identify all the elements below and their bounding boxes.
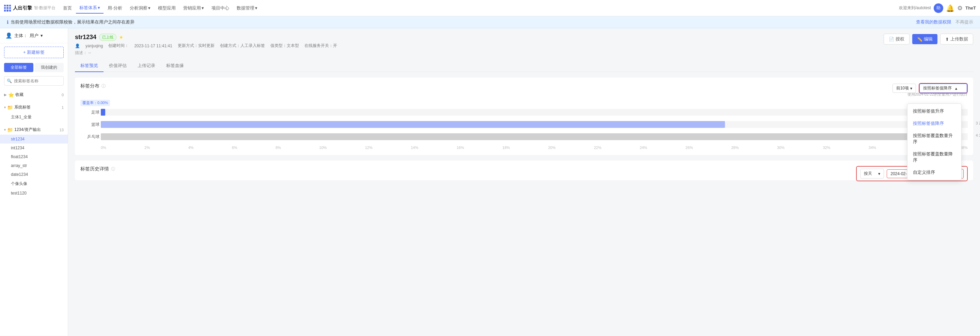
x-tick-26: 26%: [686, 146, 693, 150]
coverage-badge: 覆盖率：0.00%: [80, 100, 110, 106]
nav-home[interactable]: 首页: [60, 3, 75, 13]
bar-fill-football: [101, 109, 105, 116]
bar-row-basketball: 篮球 3 27.27%: [101, 121, 968, 128]
created-time-value: 2023-11-17 11:41:41: [134, 44, 172, 48]
group-1234-folder-icon: 📁: [7, 127, 13, 133]
author-icon: 👤: [75, 44, 80, 48]
sort-option-coverage-desc[interactable]: 按照标签覆盖数量降序: [907, 148, 961, 166]
filter-all-button[interactable]: 全部标签: [4, 63, 33, 72]
x-tick-34: 34%: [869, 146, 876, 150]
sort-dropdown-arrow-icon: [955, 86, 957, 91]
x-tick-18: 18%: [502, 146, 510, 150]
nav-project[interactable]: 项目中心: [208, 3, 232, 13]
notification-icon[interactable]: 🔔: [946, 4, 955, 12]
new-tag-button[interactable]: + 新建标签: [4, 47, 64, 58]
sort-option-coverage-asc[interactable]: 按照标签覆盖数量升序: [907, 130, 961, 148]
sort-option-asc[interactable]: 按照标签值升序: [907, 105, 961, 117]
nav-menu: 首页 标签体系 用·分析 分析洞察 模型应用 营销应用 项目中心 数据管理: [60, 3, 897, 14]
sidebar-item-int1234[interactable]: int1234: [0, 144, 68, 152]
nav-user-analysis[interactable]: 用·分析: [104, 3, 126, 13]
history-info-icon[interactable]: ⓘ: [111, 166, 115, 172]
sort-option-custom[interactable]: 自定义排序: [907, 166, 961, 179]
sidebar-item-date1234[interactable]: date1234: [0, 170, 68, 179]
top-n-select[interactable]: 前10项: [892, 84, 916, 93]
nav-tags[interactable]: 标签体系: [76, 3, 103, 14]
page-title-row: str1234 已上线 ★: [75, 34, 337, 41]
nav-data[interactable]: 数据管理: [233, 3, 261, 13]
sidebar-item-float1234[interactable]: float1234: [0, 152, 68, 161]
tab-value[interactable]: 价值评估: [103, 60, 132, 72]
x-tick-24: 24%: [640, 146, 648, 150]
sidebar-item-test1120[interactable]: test1120: [0, 189, 68, 198]
tab-preview[interactable]: 标签预览: [75, 60, 103, 72]
user-avatar[interactable]: 助: [934, 3, 943, 13]
sort-option-desc[interactable]: 按照标签值降序: [907, 117, 961, 130]
bar-value-basketball: 3 27.27%: [976, 121, 980, 125]
info-banner-left: ℹ 当前使用场景经过数据权限校验，展示结果在用户之间存在差异: [7, 19, 135, 25]
bar-row-tabletennis: 乒乓球 4 36.36%: [101, 133, 968, 140]
bar-value-tabletennis: 4 36.36%: [976, 133, 980, 137]
nav-marketing-label: 营销应用: [183, 5, 201, 11]
create-method: 创建方式：人工录入标签: [220, 43, 265, 49]
sidebar-item-array-str[interactable]: array_str: [0, 161, 68, 170]
sidebar-subject: 👤 主体： 用户: [0, 28, 68, 43]
tab-upload-records[interactable]: 上传记录: [132, 60, 161, 72]
the-t-label[interactable]: TheT: [966, 5, 976, 11]
nav-tags-arrow: [98, 5, 100, 10]
content-area: str1234 已上线 ★ 👤 yanjuqing 创建时间： 2023-11-…: [68, 28, 980, 336]
filter-mine-button[interactable]: 我创建的: [35, 63, 64, 72]
main-layout: 👤 主体： 用户 + 新建标签 全部标签 我创建的 🔍 ▶ ⭐ 收藏 0: [0, 28, 980, 336]
nav-marketing[interactable]: 营销应用: [180, 3, 207, 13]
bar-fill-basketball: [101, 121, 725, 128]
tab-lineage[interactable]: 标签血缘: [161, 60, 189, 72]
desc-row: 描述： --: [75, 50, 337, 56]
system-group-name: 系统标签: [14, 105, 60, 110]
granularity-select[interactable]: 按天: [860, 169, 884, 179]
dismiss-link[interactable]: 不再提示: [956, 19, 973, 25]
x-tick-8: 8%: [275, 146, 281, 150]
page-header: str1234 已上线 ★ 👤 yanjuqing 创建时间： 2023-11-…: [75, 34, 973, 56]
upload-button[interactable]: ⬆ 上传数据: [940, 34, 973, 44]
chart-info-icon[interactable]: ⓘ: [102, 83, 105, 89]
favorite-star-icon[interactable]: ★: [119, 35, 123, 40]
subject-value: 用户: [30, 33, 38, 39]
nav-analysis[interactable]: 分析洞察: [126, 3, 154, 13]
x-tick-4: 4%: [188, 146, 194, 150]
sort-dropdown[interactable]: 按照标签值降序: [920, 84, 967, 93]
authorize-button[interactable]: 📄 授权: [884, 34, 910, 44]
history-title-text: 标签历史详情: [80, 166, 109, 172]
edit-button[interactable]: ✏️ 编辑: [912, 34, 937, 44]
bar-track-tabletennis: 4 36.36%: [101, 133, 968, 140]
bar-label-tabletennis: 乒乓球: [80, 134, 99, 140]
view-permissions-link[interactable]: 查看我的数据权限: [916, 19, 951, 25]
logo-text: 人出引擎: [13, 5, 32, 11]
system-group-header[interactable]: ▾ 📁 系统标签 1: [0, 102, 68, 112]
chart-section-title: 标签分布 ⓘ: [80, 83, 968, 89]
sidebar-item-str1234[interactable]: str1234: [0, 135, 68, 144]
sidebar-item-subject1[interactable]: 主体1_全量: [0, 112, 68, 122]
system-count: 1: [62, 105, 64, 109]
x-tick-2: 2%: [145, 146, 150, 150]
settings-icon[interactable]: ⚙: [957, 5, 963, 12]
chart-controls: 前10项 按照标签值降序 按照标签值升序 按照标签值降序 按照标签覆盖数量升序 …: [892, 83, 968, 94]
info-banner: ℹ 当前使用场景经过数据权限校验，展示结果在用户之间存在差异 查看我的数据权限 …: [0, 16, 980, 28]
value-type: 值类型：文本型: [270, 43, 299, 49]
nav-model[interactable]: 模型应用: [154, 3, 179, 13]
authorize-label: 授权: [896, 36, 904, 42]
group-1234-header[interactable]: ▾ 📁 1234/资产输出 13: [0, 125, 68, 135]
favorites-arrow-icon: ▶: [4, 93, 7, 97]
sidebar-group-1234: ▾ 📁 1234/资产输出 13 str1234 int1234 float12…: [0, 125, 68, 198]
sidebar-item-avatar[interactable]: 个像头像: [0, 179, 68, 189]
favorites-group-header[interactable]: ▶ ⭐ 收藏 0: [0, 90, 68, 100]
search-input[interactable]: [4, 76, 64, 86]
nav-marketing-arrow: [202, 5, 204, 11]
top-nav: 人出引擎 智·数据平台 首页 标签体系 用·分析 分析洞察 模型应用 营销应用 …: [0, 0, 980, 16]
page-header-left: str1234 已上线 ★ 👤 yanjuqing 创建时间： 2023-11-…: [75, 34, 337, 56]
x-axis: 0% 2% 4% 6% 8% 10% 12% 14% 16% 18% 20% 2…: [101, 146, 968, 150]
x-tick-28: 28%: [732, 146, 739, 150]
subject-arrow-icon[interactable]: [41, 33, 43, 38]
desc-value: --: [88, 50, 91, 55]
nav-tags-label: 标签体系: [80, 5, 97, 11]
x-tick-14: 14%: [410, 146, 418, 150]
tabs-row: 标签预览 价值评估 上传记录 标签血缘: [75, 60, 973, 72]
